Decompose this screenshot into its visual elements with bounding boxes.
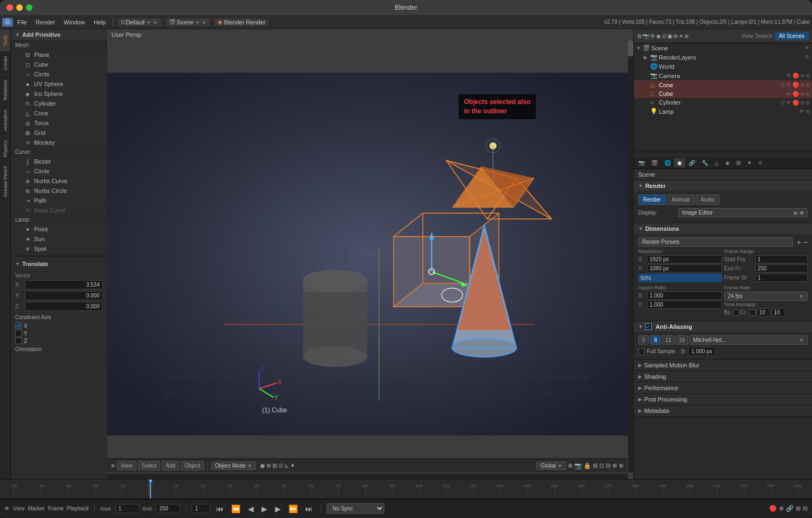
outliner-icon2[interactable]: 📷 [643,33,649,39]
viewport-icon6[interactable]: ✦ [290,462,295,469]
all-scenes-btn[interactable]: All Scenes [775,32,809,40]
s-val-input[interactable]: 1.000 px [688,347,715,356]
vp-extra2[interactable]: 📷 [574,462,582,469]
crop-check[interactable] [749,309,756,316]
tree-cylinder[interactable]: ○ Cylinder ▽ 👁 🔴 ⊕ ⊗ [634,98,812,107]
outliner-icon8[interactable]: ✦ [679,33,683,39]
cone-extra2[interactable]: ⊗ [806,82,810,88]
viewport-icon4[interactable]: ⊙ [278,462,283,469]
add-btn[interactable]: Add [162,461,179,470]
viewport-icon3[interactable]: ⊞ [272,462,277,469]
full-sample-check[interactable] [638,348,645,355]
scene-vis-icon[interactable]: 👁 [804,45,810,51]
constraint-y-check[interactable] [15,330,22,336]
cone-extra1[interactable]: ⊕ [800,82,804,88]
vp-extra1[interactable]: ⊕ [568,462,573,469]
cam-restrict4[interactable]: ⊗ [806,73,810,79]
pb-icon4[interactable]: ⊞ [796,505,801,512]
close-button[interactable] [6,4,13,11]
props-tab-constraints[interactable]: 🔗 [685,158,698,167]
vp-extra4[interactable]: ⊞ [593,462,598,469]
cam-restrict3[interactable]: ⊕ [800,73,804,79]
view-btn[interactable]: View [117,461,136,470]
cone-filter[interactable]: ▽ [781,82,785,88]
next-keyframe-btn[interactable]: ⏩ [286,503,300,514]
pb-icon3[interactable]: 🔗 [786,505,794,512]
viewport-icon5[interactable]: ⊾ [284,462,289,469]
vp-extra3[interactable]: 🔒 [584,462,591,469]
render-tab-anim[interactable]: Animati [667,195,695,205]
lamp-extra[interactable]: ⊗ [806,108,810,114]
render-tab-audio[interactable]: Audio [696,195,719,205]
curve-bezier[interactable]: ∫ Bezier [11,157,107,166]
viewport-scrollbar-h[interactable] [107,474,628,479]
curve-circle[interactable]: ○ Circle [11,166,107,176]
presets-add[interactable]: + [797,238,801,247]
scene-close-btn[interactable]: × [201,19,207,25]
cone-render[interactable]: 🔴 [793,82,799,88]
help-menu[interactable]: Help [89,18,110,27]
shading-section[interactable]: ▶ Shading [634,371,812,383]
presets-remove[interactable]: − [803,238,808,247]
rl-icon1[interactable]: 👁 [804,54,810,60]
motion-blur-section[interactable]: ▶ Sampled Motion Blur [634,360,812,371]
metadata-section[interactable]: ▶ Metadata [634,405,812,417]
render-menu[interactable]: Render [31,18,60,27]
outliner-scroll[interactable] [634,152,812,157]
end-frame-input[interactable] [156,504,180,513]
cam-restrict2[interactable]: 🔴 [793,73,799,79]
step-fwd-btn[interactable]: ▶ [273,503,283,514]
shading-icon[interactable]: ◉ [260,462,265,469]
props-tab-scene[interactable]: 🎬 [648,158,661,167]
curve-nurbs[interactable]: ≋ Nurbs Curve [11,176,107,186]
render-section-header[interactable]: ▼ Render [634,180,812,191]
aa-filter-selector[interactable]: Mitchell-Net... ▼ [689,335,808,345]
lamp-sun[interactable]: ☀ Sun [11,234,107,244]
outliner-view-btn[interactable]: View [742,33,754,39]
cube-extra2[interactable]: ⊗ [806,91,810,97]
x-input[interactable] [25,280,103,289]
z-input[interactable] [25,302,103,311]
pct-bar[interactable]: 50% [638,274,722,282]
mesh-cone[interactable]: △ Cone [11,108,107,118]
tree-world[interactable]: 🌐 World [634,62,812,71]
props-tab-modifier[interactable]: 🔧 [698,158,711,167]
scrollbar-thumb-v[interactable] [628,40,633,56]
tree-scene[interactable]: ▼ 🎬 Scene 👁 [634,43,812,53]
cyl-filter[interactable]: ▽ [781,100,785,106]
viewport[interactable]: User Persp [107,29,633,479]
vp-extra5[interactable]: ⊡ [599,462,604,469]
tab-relations[interactable]: Relations [0,75,10,105]
tab-tools[interactable]: Tools [0,29,10,51]
aa-check[interactable]: ✓ [645,323,652,330]
aa-btn-5[interactable]: 5 [638,335,649,345]
timeline-view-icon[interactable]: 👁 [4,506,10,511]
outliner-icon7[interactable]: ⊕ [673,33,678,39]
outliner-search-btn[interactable]: Search [755,33,772,39]
y-input[interactable] [25,291,103,300]
mesh-plane[interactable]: ⊡ Plane [11,50,107,60]
scene-add-btn[interactable]: + [195,19,200,25]
mesh-cylinder[interactable]: ⊓ Cylinder [11,99,107,108]
constraint-z-check[interactable] [15,338,22,344]
cyl-vis[interactable]: 👁 [786,100,791,106]
mesh-cube[interactable]: ◻ Cube [11,60,107,69]
props-tab-texture[interactable]: ⊞ [733,158,744,167]
mesh-grid[interactable]: ⊞ Grid [11,128,107,138]
mesh-circle[interactable]: ○ Circle [11,69,107,79]
start-frame-input[interactable] [115,504,140,513]
cyl-render[interactable]: 🔴 [793,100,799,106]
pb-icon5[interactable]: ⊟ [803,505,808,512]
blender-icon-btn[interactable]: ⓪ [2,18,13,27]
translate-header[interactable]: ▼ Translate [11,258,107,269]
performance-section[interactable]: ▶ Performance [634,383,812,394]
cube-extra1[interactable]: ⊕ [800,91,804,97]
aa-btn-11[interactable]: 11 [662,335,675,345]
window-menu[interactable]: Window [60,18,89,27]
step-back-btn[interactable]: ◀ [246,503,256,514]
workspace-plus-btn[interactable]: + [146,19,151,25]
cam-restrict[interactable]: 👁 [786,73,791,79]
frame-label[interactable]: Frame [48,506,64,511]
props-tab-data[interactable]: △ [711,158,722,167]
post-processing-section[interactable]: ▶ Post Processing [634,394,812,405]
